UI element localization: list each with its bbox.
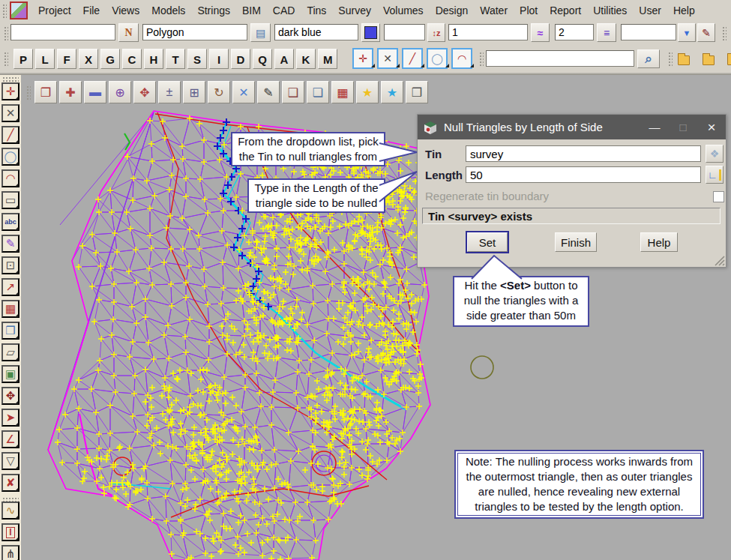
- zoom-window-button[interactable]: ⊞: [183, 81, 205, 103]
- toolbar-grip[interactable]: [721, 25, 727, 40]
- colour-input[interactable]: [274, 24, 358, 40]
- create-circle-button[interactable]: ◯: [1, 148, 19, 166]
- toolbar-grip[interactable]: [3, 25, 8, 40]
- menu-utilities[interactable]: Utilities: [587, 1, 633, 20]
- cross-snap-button[interactable]: ✕: [377, 48, 398, 69]
- z-height-button[interactable]: ↕z: [427, 23, 445, 42]
- create-cross-button[interactable]: ✕: [1, 104, 19, 122]
- survey-instrument-button[interactable]: ⋔: [1, 545, 19, 560]
- menu-survey[interactable]: Survey: [332, 1, 377, 20]
- mode-button-c[interactable]: C: [122, 49, 142, 69]
- freehand-button[interactable]: ∿: [1, 502, 19, 520]
- utility-folder-button[interactable]: [698, 49, 719, 68]
- window-toggle-button[interactable]: ❒: [406, 81, 428, 103]
- mode-button-g[interactable]: G: [100, 49, 120, 69]
- create-point-button[interactable]: ✛: [1, 82, 19, 100]
- mode-button-a[interactable]: A: [274, 49, 294, 69]
- tin-field-input[interactable]: [466, 145, 701, 162]
- menu-models[interactable]: Models: [145, 1, 191, 20]
- menu-tins[interactable]: Tins: [301, 1, 332, 20]
- mode-button-s[interactable]: S: [187, 49, 207, 69]
- minimize-icon[interactable]: —: [640, 115, 669, 139]
- mode-button-p[interactable]: P: [13, 49, 33, 69]
- measure-button[interactable]: ↗: [1, 278, 19, 296]
- length-measure-button[interactable]: ∟: [706, 166, 724, 184]
- views-layout-button[interactable]: ❐: [34, 81, 57, 103]
- weight-button[interactable]: ≈: [531, 23, 550, 42]
- model-input[interactable]: [142, 24, 247, 40]
- length-field-input[interactable]: [466, 166, 701, 183]
- height-input[interactable]: [384, 24, 425, 40]
- create-symbol-button[interactable]: ✎: [1, 235, 19, 253]
- toolbar-grip[interactable]: [2, 76, 19, 82]
- linestyle-input[interactable]: [555, 24, 594, 40]
- close-icon[interactable]: ×: [697, 115, 726, 139]
- menu-plot[interactable]: Plot: [514, 1, 544, 20]
- menu-water[interactable]: Water: [474, 1, 514, 20]
- toolbar-grip[interactable]: [478, 51, 484, 66]
- mode-button-l[interactable]: L: [35, 49, 55, 69]
- arc-snap-button[interactable]: ◠: [451, 48, 472, 69]
- create-text-button[interactable]: abc: [1, 213, 19, 231]
- mode-button-h[interactable]: H: [144, 49, 163, 69]
- redraw-button[interactable]: ↻: [208, 81, 230, 103]
- line-snap-button[interactable]: ╱: [402, 48, 423, 69]
- regenerate-boundary-checkbox[interactable]: [713, 191, 724, 202]
- menu-report[interactable]: Report: [544, 1, 587, 20]
- toolbar-grip[interactable]: [25, 85, 31, 100]
- finish-button[interactable]: Finish: [555, 232, 597, 252]
- add-view-button[interactable]: ✚: [59, 81, 82, 103]
- menu-cad[interactable]: CAD: [267, 1, 301, 20]
- create-arc-button[interactable]: ◠: [1, 169, 19, 187]
- menu-views[interactable]: Views: [106, 1, 145, 20]
- models-list-button[interactable]: ▤: [250, 23, 271, 42]
- toolbar-grip[interactable]: [1, 3, 7, 18]
- insert-image-button[interactable]: ▣: [1, 365, 19, 383]
- interface-button[interactable]: I: [1, 523, 19, 541]
- name-input[interactable]: [10, 24, 115, 40]
- mode-button-f[interactable]: F: [57, 49, 76, 69]
- library-folder-button[interactable]: [723, 49, 731, 68]
- menu-bim[interactable]: BIM: [236, 1, 267, 20]
- mode-button-d[interactable]: D: [231, 49, 250, 69]
- menu-user[interactable]: User: [633, 1, 667, 20]
- mode-button-i[interactable]: I: [209, 49, 229, 69]
- attach-leader-button[interactable]: ⊡: [1, 256, 19, 274]
- circle-snap-button[interactable]: ◯: [427, 48, 448, 69]
- delete-button[interactable]: ✘: [1, 474, 19, 492]
- copy-view-button[interactable]: ❏: [307, 81, 329, 103]
- maximize-icon[interactable]: □: [669, 115, 697, 139]
- mode-button-m[interactable]: M: [318, 49, 337, 69]
- menu-strings[interactable]: Strings: [191, 1, 236, 20]
- toolbar-grip[interactable]: [667, 51, 673, 66]
- create-line-button[interactable]: ╱: [1, 126, 19, 144]
- boundary-polygon-button[interactable]: ▽: [1, 452, 19, 470]
- view-window-button[interactable]: ❒: [1, 322, 19, 340]
- mode-button-x[interactable]: X: [79, 49, 98, 69]
- tin-picker-button[interactable]: ❖: [706, 145, 724, 163]
- toolbar-grip[interactable]: [3, 51, 8, 66]
- move-button[interactable]: ✥: [1, 387, 19, 405]
- name-box-button[interactable]: N: [118, 23, 139, 42]
- set-button[interactable]: Set: [467, 232, 508, 252]
- zoom-dynamic-button[interactable]: ±: [158, 81, 181, 103]
- menu-project[interactable]: Project: [32, 1, 77, 20]
- print-button[interactable]: ❑: [282, 81, 304, 103]
- chamfer-polygon-button[interactable]: ▱: [1, 343, 19, 361]
- remove-view-button[interactable]: ▬: [84, 81, 106, 103]
- create-rectangle-button[interactable]: ▭: [1, 191, 19, 209]
- menu-design[interactable]: Design: [430, 1, 475, 20]
- segment-colour-button[interactable]: ∠: [1, 430, 19, 448]
- eyedropper-button[interactable]: ✎: [697, 23, 715, 42]
- shared-favourites-button[interactable]: ★: [381, 81, 403, 103]
- table-button[interactable]: ▦: [1, 300, 19, 318]
- mode-button-q[interactable]: Q: [253, 49, 272, 69]
- mode-button-k[interactable]: K: [296, 49, 316, 69]
- colour-swatch-button[interactable]: [361, 23, 380, 42]
- zoom-extents-button[interactable]: ⊕: [109, 81, 131, 103]
- menu-help[interactable]: Help: [667, 1, 701, 20]
- snap-cancel-button[interactable]: ✕: [232, 81, 255, 103]
- search-input[interactable]: [486, 50, 634, 67]
- tin-select-input[interactable]: [621, 24, 676, 40]
- translate-point-button[interactable]: ➤: [1, 409, 19, 427]
